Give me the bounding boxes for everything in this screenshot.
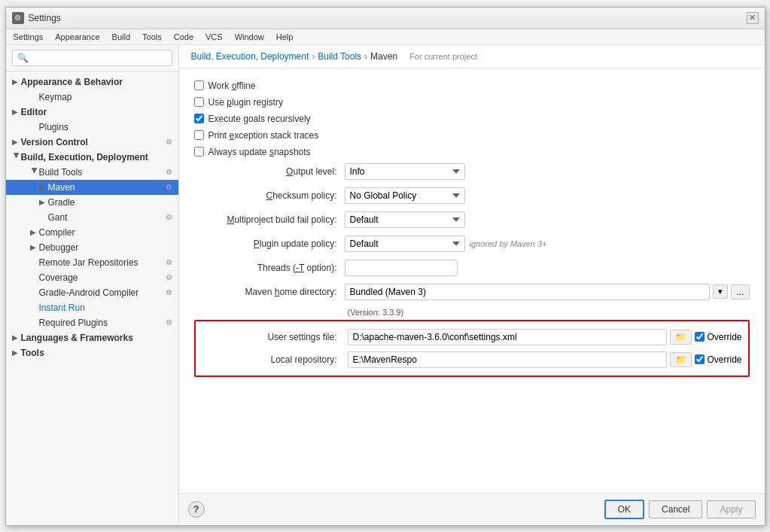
local-repo-override-checkbox[interactable] [695, 354, 705, 364]
local-repo-override-label[interactable]: Override [707, 354, 741, 365]
ok-button[interactable]: OK [604, 500, 644, 519]
user-settings-override-checkbox[interactable] [695, 332, 705, 342]
local-repo-override: Override [695, 354, 741, 365]
threads-label: Threads (-T option): [194, 263, 345, 273]
menu-window[interactable]: Window [230, 31, 269, 43]
settings-icon: ⚙ [166, 258, 172, 266]
settings-icon: ⚙ [166, 318, 172, 327]
local-repo-browse[interactable]: 📁 [670, 352, 692, 367]
arrow-icon: ▶ [30, 228, 39, 236]
sidebar-item-appearance[interactable]: ▶ Appearance & Behavior [6, 74, 178, 90]
sidebar-item-required-plugins[interactable]: Required Plugins ⚙ [6, 315, 178, 330]
close-button[interactable]: ✕ [747, 12, 759, 24]
menu-help[interactable]: Help [272, 31, 298, 43]
sidebar-item-label: Gradle-Android Compiler [39, 287, 163, 298]
user-settings-row: User settings file: 📁 Override [196, 326, 748, 348]
checksum-policy-label: Checksum policy: [194, 190, 345, 201]
sidebar-item-coverage[interactable]: Coverage ⚙ [6, 270, 178, 285]
multiproject-select[interactable]: Default Fail at End Fail Never [345, 211, 465, 228]
arrow-spacer [30, 258, 39, 266]
sidebar-item-keymap[interactable]: Keymap [6, 90, 178, 105]
sidebar-item-editor[interactable]: ▶ Editor [6, 105, 178, 120]
sidebar-item-debugger[interactable]: ▶ Debugger [6, 240, 178, 255]
execute-goals-checkbox[interactable] [194, 114, 204, 123]
user-settings-override-label[interactable]: Override [707, 332, 741, 342]
maven-version-row: (Version: 3.3.9) [194, 308, 750, 317]
sidebar-item-gradle-android[interactable]: Gradle-Android Compiler ⚙ [6, 285, 178, 300]
sidebar-item-version-control[interactable]: ▶ Version Control ⚙ [6, 135, 178, 150]
arrow-icon: ▶ [12, 108, 21, 116]
menu-vcs[interactable]: VCS [201, 31, 227, 43]
print-exception-checkbox[interactable] [194, 130, 204, 140]
always-update-checkbox[interactable] [194, 147, 204, 157]
arrow-spacer [30, 288, 39, 296]
plugin-update-row: Plugin update policy: Default Force Neve… [194, 236, 750, 252]
maven-home-dropdown[interactable]: ▾ [713, 284, 728, 299]
sidebar: ▶ Appearance & Behavior Keymap ▶ Editor … [6, 45, 179, 525]
checksum-policy-select[interactable]: No Global Policy Strict Lax [345, 187, 465, 204]
arrow-icon: ▶ [12, 348, 21, 357]
settings-content: Work offline Use plugin registry Execute… [179, 68, 765, 493]
cancel-button[interactable]: Cancel [649, 500, 702, 518]
sidebar-item-label: Coverage [39, 272, 163, 283]
maven-home-input[interactable] [345, 284, 711, 300]
work-offline-checkbox[interactable] [194, 81, 204, 90]
always-update-label[interactable]: Always update snapshots [208, 147, 311, 157]
multiproject-control: Default Fail at End Fail Never [345, 211, 750, 228]
sidebar-item-maven[interactable]: ▶ Maven ⚙ [6, 180, 178, 195]
threads-input[interactable] [345, 260, 458, 276]
arrow-icon: ▶ [12, 153, 20, 162]
apply-button[interactable]: Apply [707, 500, 755, 518]
menu-build[interactable]: Build [108, 31, 135, 43]
search-input[interactable] [12, 50, 172, 66]
sidebar-item-label: Appearance & Behavior [21, 77, 172, 87]
sidebar-item-gant[interactable]: Gant ⚙ [6, 210, 178, 225]
user-settings-browse[interactable]: 📁 [670, 330, 692, 345]
local-repo-input[interactable] [348, 351, 668, 368]
menu-code[interactable]: Code [169, 31, 198, 43]
execute-goals-label[interactable]: Execute goals recursively [208, 114, 311, 124]
plugin-update-control: Default Force Never ignored by Maven 3+ [345, 236, 750, 252]
sidebar-item-languages[interactable]: ▶ Languages & Frameworks [6, 330, 178, 345]
sidebar-item-build-tools[interactable]: ▶ Build Tools ⚙ [6, 165, 178, 180]
plugin-update-label: Plugin update policy: [194, 239, 345, 249]
maven-home-control: ▾ ... [345, 284, 750, 300]
arrow-icon: ▶ [30, 243, 39, 251]
breadcrumb-project: For current project [409, 52, 477, 61]
breadcrumb: Build, Execution, Deployment › Build Too… [179, 45, 765, 68]
checkbox-work-offline: Work offline [194, 81, 750, 91]
arrow-icon: ▶ [30, 168, 38, 177]
work-offline-label[interactable]: Work offline [208, 81, 256, 91]
sidebar-item-label: Gant [48, 212, 163, 223]
menu-appearance[interactable]: Appearance [50, 31, 104, 43]
breadcrumb-build-exec[interactable]: Build, Execution, Deployment [191, 51, 309, 62]
plugin-update-select[interactable]: Default Force Never [345, 236, 465, 252]
output-level-select[interactable]: Info Debug Error [345, 163, 465, 180]
maven-home-browse[interactable]: ... [731, 284, 749, 299]
sidebar-item-label: Required Plugins [39, 318, 163, 328]
breadcrumb-build-tools[interactable]: Build Tools [318, 51, 361, 62]
local-repo-label: Local repository: [202, 354, 345, 365]
sidebar-item-tools[interactable]: ▶ Tools [6, 345, 178, 360]
plugin-registry-label[interactable]: Use plugin registry [208, 97, 283, 108]
menubar: Settings Appearance Build Tools Code VCS… [6, 29, 765, 45]
print-exception-label[interactable]: Print exception stack traces [208, 130, 319, 141]
help-button[interactable]: ? [188, 501, 205, 518]
sidebar-item-instant-run[interactable]: Instant Run [6, 300, 178, 315]
sidebar-item-compiler[interactable]: ▶ Compiler [6, 225, 178, 240]
sidebar-item-gradle[interactable]: ▶ Gradle [6, 195, 178, 210]
arrow-icon: ▶ [12, 78, 21, 86]
sidebar-item-plugins[interactable]: Plugins [6, 120, 178, 135]
user-settings-input[interactable] [348, 329, 668, 345]
sidebar-item-remote-jar[interactable]: Remote Jar Repositories ⚙ [6, 255, 178, 270]
maven-version-text: (Version: 3.3.9) [348, 308, 404, 317]
arrow-icon: ▶ [12, 333, 21, 342]
ignored-text: ignored by Maven 3+ [470, 239, 547, 248]
menu-tools[interactable]: Tools [138, 31, 166, 43]
sidebar-item-label: Maven [48, 182, 163, 193]
arrow-icon: ▶ [39, 198, 48, 206]
plugin-registry-checkbox[interactable] [194, 97, 204, 107]
menu-settings[interactable]: Settings [9, 31, 48, 43]
sidebar-item-build-exec[interactable]: ▶ Build, Execution, Deployment [6, 150, 178, 165]
checksum-policy-control: No Global Policy Strict Lax [345, 187, 750, 204]
